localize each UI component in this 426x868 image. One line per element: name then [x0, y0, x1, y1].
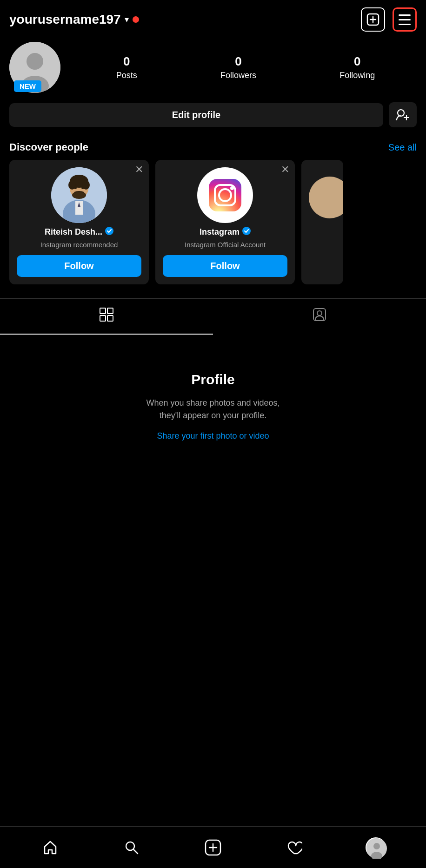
svg-rect-26	[100, 308, 106, 314]
nav-search[interactable]	[115, 831, 148, 864]
notification-dot	[133, 16, 139, 23]
tab-grid[interactable]	[0, 299, 213, 335]
avatar-container: NEW	[9, 42, 60, 93]
svg-rect-29	[107, 316, 113, 321]
grid-icon	[99, 307, 114, 325]
following-stat[interactable]: 0 Following	[339, 54, 375, 80]
person-card-riteish: ✕	[9, 160, 149, 284]
verified-icon-riteish	[105, 227, 113, 237]
posts-count: 0	[123, 54, 130, 69]
header-left: yourusername197 ▾	[9, 12, 139, 27]
username-text[interactable]: yourusername197	[9, 12, 121, 27]
header: yourusername197 ▾	[0, 0, 426, 37]
menu-line-1	[399, 14, 411, 16]
svg-rect-27	[107, 308, 113, 314]
svg-point-6	[398, 110, 404, 116]
person-sub-riteish: Instagram recommended	[40, 241, 118, 249]
profile-empty-title: Profile	[191, 372, 234, 388]
stats-container: 0 Posts 0 Followers 0 Following	[70, 54, 417, 80]
svg-point-14	[72, 191, 86, 199]
menu-button[interactable]	[393, 7, 417, 32]
add-content-button[interactable]	[361, 7, 385, 32]
svg-point-38	[373, 843, 380, 849]
person-name-riteish: Riteish Desh...	[45, 227, 113, 237]
nav-profile-avatar	[366, 837, 386, 858]
close-instagram-button[interactable]: ✕	[281, 164, 289, 175]
profile-section: NEW 0 Posts 0 Followers 0 Following	[0, 37, 426, 102]
discover-title: Discover people	[9, 141, 88, 153]
following-count: 0	[354, 54, 360, 69]
new-badge: NEW	[14, 80, 41, 92]
person-card-mela	[301, 160, 343, 284]
profile-empty-subtitle: When you share photos and videos,they'll…	[146, 397, 280, 422]
add-friend-button[interactable]	[389, 102, 417, 127]
menu-line-2	[399, 19, 411, 20]
person-sub-instagram: Instagram Official Account	[185, 241, 266, 249]
profile-empty-state: Profile When you share photos and videos…	[0, 335, 426, 460]
svg-point-4	[27, 53, 43, 70]
posts-stat[interactable]: 0 Posts	[116, 54, 137, 80]
followers-label: Followers	[220, 71, 256, 80]
see-all-link[interactable]: See all	[388, 142, 417, 153]
tabs-row	[0, 298, 426, 335]
follow-instagram-button[interactable]: Follow	[163, 255, 287, 277]
svg-rect-21	[209, 179, 241, 211]
followers-stat[interactable]: 0 Followers	[220, 54, 256, 80]
tab-tagged[interactable]	[213, 299, 426, 335]
verified-icon-instagram	[242, 227, 251, 237]
nav-add[interactable]	[197, 831, 229, 864]
riteish-avatar	[51, 167, 107, 223]
header-right	[361, 7, 417, 32]
share-photos-link[interactable]: Share your first photo or video	[157, 431, 269, 441]
svg-point-18	[74, 186, 77, 189]
chevron-down-icon[interactable]: ▾	[125, 14, 129, 25]
close-riteish-button[interactable]: ✕	[135, 164, 143, 175]
discover-header: Discover people See all	[0, 137, 426, 160]
followers-count: 0	[235, 54, 241, 69]
action-row: Edit profile	[0, 102, 426, 137]
person-card-instagram: ✕	[155, 160, 295, 284]
svg-rect-28	[100, 316, 106, 321]
instagram-avatar	[197, 167, 253, 223]
posts-label: Posts	[116, 71, 137, 80]
nav-profile[interactable]	[359, 831, 392, 864]
follow-riteish-button[interactable]: Follow	[17, 255, 141, 277]
person-name-instagram: Instagram	[200, 227, 251, 237]
nav-home[interactable]	[34, 831, 67, 864]
people-cards: ✕	[0, 160, 426, 294]
svg-point-24	[230, 186, 234, 190]
svg-point-31	[317, 311, 322, 316]
tagged-icon	[312, 307, 327, 325]
nav-activity[interactable]	[278, 831, 311, 864]
following-label: Following	[339, 71, 375, 80]
edit-profile-button[interactable]: Edit profile	[9, 103, 383, 127]
svg-point-25	[242, 227, 251, 235]
menu-line-3	[399, 24, 411, 25]
svg-point-20	[105, 227, 113, 235]
svg-point-19	[81, 186, 84, 189]
bottom-nav	[0, 826, 426, 868]
svg-line-33	[133, 849, 138, 854]
